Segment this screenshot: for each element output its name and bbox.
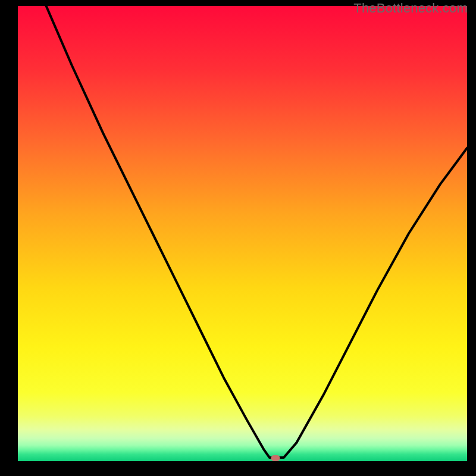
- watermark-text: TheBottleneck.com: [353, 1, 468, 16]
- chart-frame: TheBottleneck.com: [0, 0, 476, 476]
- curve-layer: [18, 6, 467, 461]
- plot-area: [18, 6, 467, 461]
- bottleneck-curve: [46, 6, 467, 458]
- optimal-point-marker: [271, 455, 280, 461]
